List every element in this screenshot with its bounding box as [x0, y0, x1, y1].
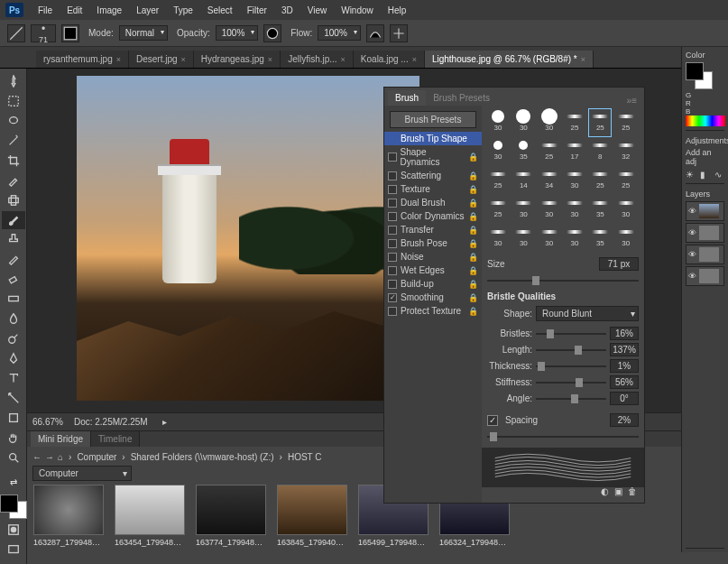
lasso-tool[interactable] — [2, 112, 25, 130]
brush-category-color-dynamics[interactable]: Color Dynamics🔒 — [384, 209, 482, 223]
size-slider[interactable] — [487, 276, 639, 285]
slider-value[interactable]: 0° — [610, 392, 639, 405]
brush-tip[interactable]: 25 — [615, 167, 637, 194]
brush-category-dual-brush[interactable]: Dual Brush🔒 — [384, 196, 482, 209]
checkbox[interactable] — [388, 239, 397, 248]
slider-value[interactable]: 1% — [610, 359, 639, 373]
brush-tip[interactable]: 30 — [539, 196, 560, 223]
tab-brush-presets[interactable]: Brush Presets — [426, 90, 497, 106]
checkbox[interactable] — [388, 212, 397, 221]
layers-panel-title[interactable]: Layers — [686, 190, 724, 199]
opacity-dropdown[interactable]: 100% — [216, 25, 259, 41]
doc-tab-2[interactable]: Hydrangeas.jpg× — [194, 51, 281, 68]
color-panel-title[interactable]: Color — [686, 51, 724, 60]
checkbox[interactable] — [388, 185, 397, 194]
lock-icon[interactable]: 🔒 — [468, 307, 478, 316]
visibility-icon[interactable]: 👁 — [688, 272, 697, 281]
brush-tip[interactable]: 30 — [512, 225, 534, 252]
brush-tip[interactable]: 25 — [589, 109, 611, 136]
brush-category-texture[interactable]: Texture🔒 — [384, 182, 482, 196]
slider-value[interactable]: 137% — [610, 343, 639, 356]
forward-icon[interactable]: → — [45, 452, 54, 462]
checkbox[interactable] — [388, 280, 397, 289]
levels-icon[interactable]: ▮ — [700, 170, 713, 180]
brush-category-brush-tip-shape[interactable]: Brush Tip Shape — [384, 132, 482, 145]
brush-tip[interactable]: 30 — [564, 167, 585, 194]
slider-track[interactable] — [536, 362, 606, 371]
checkbox[interactable] — [388, 293, 397, 302]
brush-panel-toggle-icon[interactable] — [61, 24, 79, 42]
lock-icon[interactable]: 🔒 — [468, 153, 478, 162]
brush-tip[interactable]: 17 — [564, 138, 585, 165]
menu-layer[interactable]: Layer — [129, 3, 166, 18]
menu-type[interactable]: Type — [166, 3, 200, 18]
lock-icon[interactable]: 🔒 — [468, 293, 478, 302]
layer-row[interactable]: 👁 — [686, 266, 724, 286]
blend-mode-dropdown[interactable]: Normal — [119, 25, 168, 41]
color-swatches[interactable] — [0, 495, 27, 519]
menu-window[interactable]: Window — [334, 3, 381, 18]
dodge-tool[interactable] — [2, 329, 25, 347]
brush-tip[interactable]: 14 — [512, 167, 534, 194]
flow-dropdown[interactable]: 100% — [318, 25, 361, 41]
menu-image[interactable]: Image — [89, 3, 129, 18]
lock-icon[interactable]: 🔒 — [468, 171, 478, 180]
checkbox[interactable] — [388, 266, 397, 275]
close-icon[interactable]: × — [581, 55, 585, 64]
lock-icon[interactable]: 🔒 — [468, 253, 478, 262]
brush-tip[interactable]: 30 — [487, 225, 509, 252]
healing-tool[interactable] — [2, 191, 25, 209]
lock-icon[interactable]: 🔒 — [468, 185, 478, 194]
brush-category-wet-edges[interactable]: Wet Edges🔒 — [384, 264, 482, 277]
wand-tool[interactable] — [2, 132, 25, 150]
thumbnail[interactable]: 163454_17994871B... — [114, 485, 186, 559]
close-icon[interactable]: × — [412, 55, 417, 64]
visibility-icon[interactable]: 👁 — [688, 207, 697, 216]
brush-tip[interactable]: 30 — [487, 109, 509, 136]
blur-tool[interactable] — [2, 310, 25, 328]
size-value[interactable]: 71 px — [599, 257, 639, 271]
breadcrumb-item[interactable]: HOST C — [288, 452, 322, 462]
stamp-tool[interactable] — [2, 231, 25, 249]
swap-colors-icon[interactable]: ⇄ — [2, 473, 25, 491]
hue-strip[interactable] — [686, 116, 725, 126]
brush-category-noise[interactable]: Noise🔒 — [384, 250, 482, 264]
location-dropdown[interactable]: Computer — [32, 466, 132, 481]
doc-tab-3[interactable]: Jellyfish.jp...× — [281, 51, 354, 68]
close-icon[interactable]: × — [341, 55, 346, 64]
menu-file[interactable]: File — [31, 3, 60, 18]
spacing-value[interactable]: 2% — [610, 413, 639, 427]
slider-track[interactable] — [536, 394, 606, 403]
brush-tip[interactable]: 30 — [564, 225, 585, 252]
lock-icon[interactable]: 🔒 — [468, 226, 478, 235]
brush-size-preview[interactable]: •71 — [31, 24, 56, 42]
brush-tip[interactable]: 30 — [539, 225, 560, 252]
close-icon[interactable]: × — [268, 55, 272, 64]
pen-tool[interactable] — [2, 349, 25, 367]
menu-3d[interactable]: 3D — [274, 3, 300, 18]
brush-tip[interactable]: 30 — [615, 196, 637, 223]
crop-tool[interactable] — [2, 152, 25, 170]
breadcrumb-item[interactable]: Shared Folders (\\vmware-host) (Z:) — [131, 452, 274, 462]
visibility-icon[interactable]: 👁 — [688, 250, 697, 259]
zoom-level[interactable]: 66.67% — [32, 417, 63, 427]
menu-select[interactable]: Select — [200, 3, 240, 18]
back-icon[interactable]: ← — [32, 452, 41, 462]
menu-view[interactable]: View — [300, 3, 335, 18]
visibility-icon[interactable]: 👁 — [688, 228, 697, 237]
slider-track[interactable] — [536, 346, 606, 355]
brush-tip[interactable]: 35 — [589, 196, 611, 223]
brush-category-scattering[interactable]: Scattering🔒 — [384, 169, 482, 182]
pressure-size-icon[interactable] — [390, 24, 408, 42]
slider-value[interactable]: 16% — [610, 327, 639, 340]
gradient-tool[interactable] — [2, 290, 25, 308]
lock-icon[interactable]: 🔒 — [468, 280, 478, 289]
brush-tool[interactable] — [2, 211, 25, 229]
brush-tip[interactable]: 25 — [487, 167, 509, 194]
brush-category-build-up[interactable]: Build-up🔒 — [384, 277, 482, 291]
layer-row[interactable]: 👁 — [686, 245, 724, 264]
menu-edit[interactable]: Edit — [60, 3, 89, 18]
lock-icon[interactable]: 🔒 — [468, 199, 478, 208]
shape-tool[interactable] — [2, 409, 25, 427]
lock-icon[interactable]: 🔒 — [468, 239, 478, 248]
